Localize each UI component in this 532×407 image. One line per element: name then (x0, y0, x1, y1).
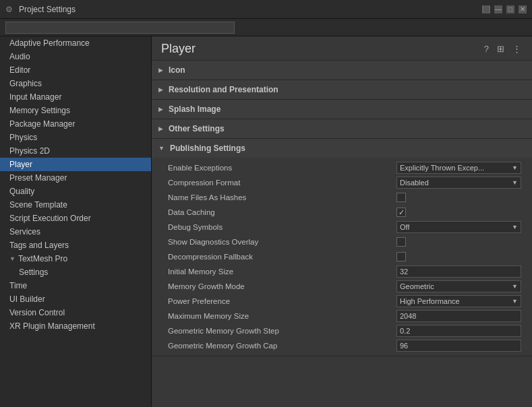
window-minimize-btn[interactable]: — (494, 5, 502, 13)
section-resolution: ▶ Resolution and Presentation (152, 80, 532, 100)
dropdown-debug-symbols[interactable]: Off▼ (396, 221, 521, 233)
setting-label-name-files-as-hashes: Name Files As Hashes (168, 193, 396, 201)
window-controls: ⋮⋮ — □ ✕ (482, 5, 527, 13)
settings-icon: ⚙ (5, 5, 15, 14)
dropdown-compression-format[interactable]: Disabled▼ (396, 177, 521, 189)
setting-label-power-preference: Power Preference (168, 297, 396, 305)
dropdown-memory-growth-mode[interactable]: Geometric▼ (396, 280, 521, 292)
setting-control-geometric-memory-growth-cap: 96 (396, 340, 521, 352)
checkbox-data-caching[interactable]: ✓ (396, 208, 406, 217)
sidebar-item-input-manager[interactable]: Input Manager (0, 90, 151, 104)
setting-control-geometric-memory-growth-step: 0.2 (396, 325, 521, 337)
setting-control-name-files-as-hashes (396, 193, 521, 202)
setting-row-compression-format: Compression FormatDisabled▼ (152, 175, 532, 190)
checkbox-name-files-as-hashes[interactable] (396, 193, 406, 202)
setting-control-debug-symbols: Off▼ (396, 221, 521, 233)
sidebar-item-settings[interactable]: Settings (0, 265, 151, 279)
section-other-header[interactable]: ▶ Other Settings (152, 119, 532, 138)
sidebar-label-settings: Settings (19, 268, 48, 277)
setting-control-power-preference: High Performance▼ (396, 295, 521, 307)
sidebar-item-physics[interactable]: Physics (0, 131, 151, 144)
checkbox-decompression-fallback[interactable] (396, 252, 406, 261)
sidebar-label-services: Services (9, 227, 40, 237)
sidebar-item-ui-builder[interactable]: UI Builder (0, 292, 151, 306)
section-publishing-arrow: ▼ (158, 145, 165, 152)
section-icon-arrow: ▶ (158, 67, 163, 73)
sidebar-item-time[interactable]: Time (0, 279, 151, 292)
section-other: ▶ Other Settings (152, 119, 532, 139)
dropdown-power-preference[interactable]: High Performance▼ (396, 295, 521, 307)
setting-label-geometric-memory-growth-step: Geometric Memory Growth Step (168, 327, 396, 335)
dropdown-arrow-power-preference: ▼ (512, 298, 518, 305)
sidebar-label-time: Time (9, 281, 27, 290)
sidebar-item-quality[interactable]: Quality (0, 185, 151, 198)
sidebar-item-version-control[interactable]: Version Control (0, 306, 151, 319)
dropdown-arrow-debug-symbols: ▼ (512, 224, 518, 230)
sliders-icon[interactable]: ⊞ (496, 42, 506, 55)
sidebar-item-memory-settings[interactable]: Memory Settings (0, 104, 151, 117)
sidebar-item-graphics[interactable]: Graphics (0, 77, 151, 90)
sidebar-item-services[interactable]: Services (0, 225, 151, 239)
dropdown-value-debug-symbols: Off (400, 223, 409, 231)
dropdown-arrow-enable-exceptions: ▼ (512, 164, 518, 171)
sidebar-item-package-manager[interactable]: Package Manager (0, 117, 151, 131)
setting-row-geometric-memory-growth-cap: Geometric Memory Growth Cap96 (152, 338, 532, 353)
sidebar-item-scene-template[interactable]: Scene Template (0, 198, 151, 212)
text-value-geometric-memory-growth-step[interactable]: 0.2 (396, 325, 521, 337)
section-other-arrow: ▶ (158, 125, 163, 132)
window-menu-btn[interactable]: ⋮⋮ (482, 5, 490, 13)
page-title: Player (161, 42, 196, 56)
setting-control-data-caching: ✓ (396, 208, 521, 217)
text-value-geometric-memory-growth-cap[interactable]: 96 (396, 340, 521, 352)
setting-label-decompression-fallback: Decompression Fallback (168, 253, 396, 261)
sidebar-label-script-execution-order: Script Execution Order (9, 214, 91, 223)
sidebar-arrow-textmesh-pro: ▼ (9, 255, 16, 262)
setting-label-initial-memory-size: Initial Memory Size (168, 268, 396, 276)
section-resolution-arrow: ▶ (158, 86, 163, 93)
sidebar-label-physics-2d: Physics 2D (9, 146, 50, 156)
window-close-btn[interactable]: ✕ (519, 5, 527, 13)
section-icon-header[interactable]: ▶ Icon (152, 61, 532, 80)
sidebar-item-adaptive-performance[interactable]: Adaptive Performance (0, 36, 151, 50)
checkbox-show-diagnostics-overlay[interactable] (396, 237, 406, 247)
section-publishing-header[interactable]: ▼ Publishing Settings (152, 139, 532, 158)
section-icon: ▶ Icon (152, 61, 532, 80)
dropdown-enable-exceptions[interactable]: Explicitly Thrown Excep...▼ (396, 162, 521, 174)
setting-control-maximum-memory-size: 2048 (396, 310, 521, 322)
setting-row-enable-exceptions: Enable ExceptionsExplicitly Thrown Excep… (152, 160, 532, 175)
search-input[interactable] (5, 22, 235, 34)
setting-control-decompression-fallback (396, 252, 521, 261)
setting-label-debug-symbols: Debug Symbols (168, 223, 396, 231)
sidebar-label-memory-settings: Memory Settings (9, 106, 70, 115)
publishing-content: Enable ExceptionsExplicitly Thrown Excep… (152, 158, 532, 356)
help-icon[interactable]: ? (483, 42, 490, 55)
sidebar-item-player[interactable]: Player (0, 158, 151, 171)
sidebar-item-tags-and-layers[interactable]: Tags and Layers (0, 239, 151, 252)
sidebar-item-physics-2d[interactable]: Physics 2D (0, 144, 151, 158)
more-icon[interactable]: ⋮ (511, 42, 523, 55)
text-value-initial-memory-size[interactable]: 32 (396, 265, 521, 278)
main-layout: Adaptive PerformanceAudioEditorGraphicsI… (0, 36, 532, 407)
sidebar-label-audio: Audio (9, 52, 30, 61)
section-resolution-header[interactable]: ▶ Resolution and Presentation (152, 80, 532, 99)
sidebar-label-player: Player (9, 160, 32, 169)
sidebar-item-script-execution-order[interactable]: Script Execution Order (0, 212, 151, 225)
sidebar-item-preset-manager[interactable]: Preset Manager (0, 171, 151, 185)
dropdown-value-compression-format: Disabled (400, 179, 429, 187)
sidebar-item-editor[interactable]: Editor (0, 63, 151, 77)
setting-label-compression-format: Compression Format (168, 179, 396, 187)
sidebar-item-xr-plugin-management[interactable]: XR Plugin Management (0, 319, 151, 333)
sidebar-label-graphics: Graphics (9, 79, 42, 88)
sidebar-label-version-control: Version Control (9, 308, 65, 317)
sidebar-label-xr-plugin-management: XR Plugin Management (9, 321, 95, 331)
sidebar-label-physics: Physics (9, 133, 37, 142)
setting-control-memory-growth-mode: Geometric▼ (396, 280, 521, 292)
window-maximize-btn[interactable]: □ (506, 5, 514, 13)
sidebar-item-audio[interactable]: Audio (0, 50, 151, 63)
sidebar-item-textmesh-pro[interactable]: ▼TextMesh Pro (0, 252, 151, 265)
sidebar-label-package-manager: Package Manager (9, 119, 75, 129)
dropdown-value-memory-growth-mode: Geometric (400, 282, 434, 290)
text-value-maximum-memory-size[interactable]: 2048 (396, 310, 521, 322)
section-splash-header[interactable]: ▶ Splash Image (152, 100, 532, 119)
sidebar-label-textmesh-pro: TextMesh Pro (18, 254, 67, 263)
